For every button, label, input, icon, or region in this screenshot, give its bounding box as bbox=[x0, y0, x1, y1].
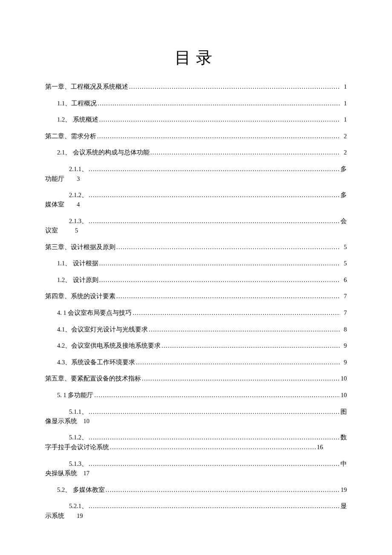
toc-label: 第一章、工程概况及系统概述 bbox=[45, 82, 128, 91]
toc-leaders bbox=[98, 276, 340, 285]
toc-leaders bbox=[115, 292, 340, 301]
toc-label: 第三章、设计根据及原则 bbox=[45, 243, 115, 251]
toc-page: 19 bbox=[340, 485, 347, 494]
toc-title: 目录 bbox=[45, 47, 347, 69]
toc-label: 2.1.3、 bbox=[69, 217, 88, 225]
toc-leaders bbox=[96, 132, 340, 141]
toc-spacer bbox=[77, 469, 84, 477]
toc-wrap-label: 媒体室 bbox=[45, 200, 64, 209]
toc-page: 8 bbox=[340, 325, 347, 334]
toc-page: 5 bbox=[75, 226, 78, 235]
toc-wrap-label: 央操纵系统 bbox=[45, 469, 77, 477]
toc-label: 1.2、 系统概述 bbox=[57, 115, 98, 124]
toc-label: 1.1、 设计根据 bbox=[57, 259, 98, 267]
toc-leaders bbox=[105, 486, 340, 494]
toc-leaders bbox=[135, 358, 340, 367]
toc-leaders bbox=[88, 165, 340, 174]
toc-page: 1 bbox=[340, 82, 347, 91]
toc-entry: 第四章、系统的设计要素 7 bbox=[45, 292, 347, 301]
toc-leaders bbox=[161, 342, 340, 350]
toc-label: 1.2、 设计原则 bbox=[57, 276, 98, 284]
toc-leaders bbox=[88, 460, 340, 468]
toc-label: 第五章、要紧配置设备的技术指标 bbox=[45, 374, 141, 383]
toc-tail: 多 bbox=[340, 191, 347, 199]
toc-tail: 数 bbox=[340, 433, 347, 442]
toc-page: 1 bbox=[340, 99, 347, 108]
toc-label: 5.1.3、 bbox=[69, 459, 88, 468]
toc-leaders bbox=[98, 259, 340, 268]
toc-page: 6 bbox=[340, 276, 347, 284]
toc-label: 5.2.1、 bbox=[69, 502, 88, 510]
toc-label: 5. 1 多功能厅 bbox=[57, 391, 93, 399]
toc-page: 5 bbox=[340, 259, 347, 267]
toc-label: 1.1、工程概况 bbox=[57, 99, 97, 108]
toc-spacer bbox=[64, 174, 77, 183]
toc-label: 5.1.1、 bbox=[69, 407, 88, 416]
toc-entry: 4. 1 会议室布局要点与技巧 7 bbox=[45, 308, 347, 317]
toc-page: 2 bbox=[340, 132, 347, 140]
toc-spacer bbox=[77, 417, 84, 425]
toc-entry: 第一章、工程概况及系统概述 1 bbox=[45, 82, 347, 91]
toc-leaders bbox=[88, 502, 340, 511]
toc-wrap-label: 议室 bbox=[45, 226, 58, 235]
toc-label: 2.1.2、 bbox=[69, 191, 88, 199]
toc-label: 4. 1 会议室布局要点与技巧 bbox=[57, 308, 132, 317]
toc-page: 4 bbox=[77, 200, 80, 209]
toc-leaders bbox=[150, 148, 340, 157]
toc-page: 9 bbox=[340, 358, 347, 366]
toc-wrap-label: 示系统 bbox=[45, 511, 64, 520]
toc-leaders bbox=[88, 408, 340, 416]
toc-entry: 5.1.1、 图 像显示系统 10 bbox=[45, 407, 347, 426]
toc-entry: 1.1、 设计根据 5 bbox=[45, 259, 347, 268]
toc-spacer bbox=[58, 226, 75, 235]
toc-label: 4.2、会议室供电系统及接地系统要求 bbox=[57, 341, 161, 350]
toc-page: 5 bbox=[340, 243, 347, 251]
toc-page: 10 bbox=[340, 374, 347, 383]
toc-page: 9 bbox=[340, 341, 347, 350]
toc-entry: 2.1、 会议系统的构成与总体功能 2 bbox=[45, 148, 347, 157]
toc-tail: 多 bbox=[340, 165, 347, 173]
toc-page: 1 bbox=[340, 115, 347, 124]
toc-spacer bbox=[64, 511, 77, 520]
toc-entry: 5.2.1、 显 示系统 19 bbox=[45, 502, 347, 520]
toc-entry: 2.1.3、 会 议室 5 bbox=[45, 217, 347, 235]
toc-leaders bbox=[88, 433, 340, 442]
toc-entry: 1.2、 设计原则 6 bbox=[45, 276, 347, 285]
toc-label: 第二章、需求分析 bbox=[45, 132, 96, 140]
toc-entry: 第二章、需求分析 2 bbox=[45, 132, 347, 141]
toc-entry: 第三章、设计根据及原则 5 bbox=[45, 243, 347, 252]
toc-spacer bbox=[64, 200, 77, 209]
toc-page: 3 bbox=[77, 174, 80, 183]
toc-wrap-label: 像显示系统 bbox=[45, 417, 77, 425]
toc-label: 2.1、 会议系统的构成与总体功能 bbox=[57, 148, 150, 157]
toc-page: 16 bbox=[316, 443, 323, 451]
toc-leaders bbox=[141, 375, 340, 383]
toc-entry: 5.1.2、 数 字手拉手会议讨论系统 16 bbox=[45, 433, 347, 451]
toc-entry: 4.1、会议室灯光设计与光线要求 8 bbox=[45, 325, 347, 334]
toc-entry: 4.2、会议室供电系统及接地系统要求 9 bbox=[45, 341, 347, 350]
toc-entry: 2.1.2、 多 媒体室 4 bbox=[45, 191, 347, 209]
toc-entry: 5.2、 多媒体教室 19 bbox=[45, 485, 347, 494]
toc-page: 10 bbox=[340, 391, 347, 399]
toc-label: 2.1.1、 bbox=[69, 165, 88, 173]
toc-tail: 显 bbox=[340, 502, 347, 510]
toc-entry: 2.1.1、 多 功能厅 3 bbox=[45, 165, 347, 183]
toc-label: 第四章、系统的设计要素 bbox=[45, 292, 115, 300]
toc-tail: 会 bbox=[340, 217, 347, 225]
toc-page: 7 bbox=[340, 308, 347, 317]
document-page: 目录 第一章、工程概况及系统概述 1 1.1、工程概况 1 1.2、 系统概述 … bbox=[0, 0, 392, 555]
toc-entry: 第五章、要紧配置设备的技术指标 10 bbox=[45, 374, 347, 383]
toc-leaders bbox=[148, 325, 340, 334]
toc-leaders bbox=[97, 99, 340, 108]
toc-tail: 中 bbox=[340, 459, 347, 468]
toc-leaders bbox=[109, 443, 316, 452]
toc-page: 19 bbox=[77, 511, 83, 520]
toc-leaders bbox=[98, 116, 340, 124]
toc-wrap-label: 字手拉手会议讨论系统 bbox=[45, 443, 109, 451]
toc-leaders bbox=[115, 243, 340, 252]
toc-page: 10 bbox=[84, 417, 90, 425]
toc-page: 17 bbox=[84, 469, 90, 477]
toc-leaders bbox=[128, 83, 340, 91]
toc-entry: 5. 1 多功能厅 10 bbox=[45, 391, 347, 400]
toc-leaders bbox=[93, 391, 340, 400]
